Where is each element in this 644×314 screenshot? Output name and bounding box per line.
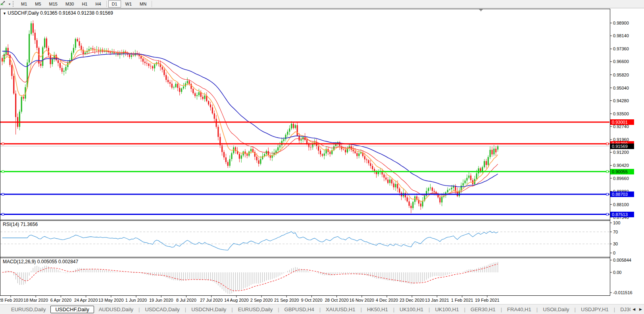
chart-tab-eurusd-daily[interactable]: EURUSD,Daily — [233, 306, 277, 313]
timeframe-button-mn[interactable]: MN — [136, 0, 150, 8]
x-axis-date-label: 9 Oct 2020 — [301, 298, 322, 303]
toolbar-drag-handle[interactable] — [13, 1, 15, 7]
chart-symbol-period: USDCHF,Daily — [8, 10, 39, 16]
ma-fast — [2, 50, 498, 201]
chevron-down-icon[interactable]: ▾ — [9, 2, 10, 6]
hline-price-badge: 0.90055 — [610, 169, 634, 174]
chart-frame — [0, 9, 612, 298]
chart-shift-marker[interactable] — [479, 9, 483, 11]
mt4-window: ▾ M1M5M15M30H1H4D1W1MN ▼ USDCHF,Daily 0.… — [0, 0, 644, 314]
macd-tick-label: 0.005844 — [613, 258, 631, 262]
x-axis-date-label: 8 Jul 2020 — [176, 298, 196, 303]
x-axis-date-label: 1 Jun 2020 — [125, 298, 147, 303]
chart-tab-usdjpy-h1[interactable]: USDJPY,H1 — [576, 306, 613, 313]
rsi-tick-label: 0 — [613, 251, 615, 255]
chart-title-collapse-icon[interactable]: ▼ — [3, 11, 6, 15]
rsi-name: RSI(14) — [3, 222, 19, 227]
macd-signal-line — [2, 264, 498, 291]
hline-price-badge: 0.87513 — [610, 212, 634, 217]
x-axis-date-label: 19 Jun 2020 — [149, 298, 173, 303]
x-axis-date-label: 27 Jul 2020 — [200, 298, 223, 303]
hline-handle[interactable] — [2, 143, 4, 145]
timeframe-button-h4[interactable]: H4 — [92, 0, 104, 8]
chart-tab-dj30-daily[interactable]: DJ30,Daily — [615, 306, 631, 313]
rsi-panel — [0, 231, 609, 250]
rsi-indicator-label: RSI(14) 71.3656 — [3, 222, 38, 227]
hline-handle[interactable] — [2, 193, 4, 195]
hline-handle[interactable] — [606, 143, 608, 145]
tab-scroll-right-icon[interactable]: ▶ — [637, 307, 644, 311]
chart-tab-gbpusd-h4[interactable]: GBPUSD,H4 — [280, 306, 319, 313]
macd-indicator-label: MACD(12,26,9) 0.005055 0.002847 — [3, 259, 78, 264]
chart-tab-fra40-h1[interactable]: FRA40,H1 — [502, 306, 536, 313]
macd-tick-label: -0.011516 — [613, 290, 632, 295]
price-tick-label: 0.95040 — [613, 86, 629, 90]
x-axis-date-label: 18 Mar 2020 — [23, 298, 48, 303]
hline-handle[interactable] — [2, 170, 4, 172]
rsi-tick-label: 30 — [613, 241, 618, 246]
price-tick-label: 0.88100 — [613, 202, 629, 207]
hline-handle[interactable] — [606, 213, 608, 215]
x-axis-date-label: 2 Sep 2020 — [250, 298, 273, 303]
chart-tab-bar: EURUSD,DailyUSDCHF,DailyAUDUSD,Daily|USD… — [0, 304, 644, 314]
chart-tab-strip: EURUSD,DailyUSDCHF,DailyAUDUSD,Daily|USD… — [0, 306, 631, 313]
timeframe-button-d1[interactable]: D1 — [108, 0, 121, 8]
hline-handle[interactable] — [606, 193, 608, 195]
rsi-value: 71.3656 — [21, 222, 38, 227]
current-price-badge: 0.91569 — [610, 144, 634, 149]
chart-tab-usdchf-daily[interactable]: USDCHF,Daily — [50, 306, 94, 313]
timeframe-button-m30[interactable]: M30 — [62, 0, 77, 8]
x-axis-date-label: 1 Feb 2021 — [451, 298, 473, 303]
price-tick-label: 0.97360 — [613, 46, 629, 51]
chart-tab-audusd-daily[interactable]: AUDUSD,Daily — [94, 306, 138, 313]
chart-canvas — [0, 0, 644, 314]
macd-name: MACD(12,26,9) — [3, 259, 36, 264]
x-axis-date-label: 28 Feb 2020 — [0, 298, 23, 303]
price-tick-label: 0.98900 — [613, 21, 629, 25]
x-axis-date-label: 16 Nov 2020 — [350, 298, 374, 303]
price-tick-label: 0.96600 — [613, 59, 629, 64]
x-axis-date-label: 24 Apr 2020 — [74, 298, 98, 303]
candlesticks — [2, 20, 498, 213]
rsi-tick-label: 70 — [613, 230, 618, 234]
chart-tab-uk100-h1[interactable]: UK100,H1 — [395, 306, 428, 313]
macd-panel — [2, 262, 498, 294]
hline-handle[interactable] — [2, 213, 4, 215]
ma-slow — [2, 51, 498, 187]
chart-tab-ger30-h1[interactable]: GER30,H1 — [466, 306, 500, 313]
timeframe-button-m15[interactable]: M15 — [46, 0, 61, 8]
chart-title: ▼ USDCHF,Daily 0.91365 0.91634 0.91238 0… — [3, 10, 113, 16]
chart-tab-usoil-daily[interactable]: USOil,Daily — [538, 306, 574, 313]
tab-scroll-left-icon[interactable]: ◀ — [631, 307, 637, 311]
macd-tick-label: 0.00 — [613, 270, 621, 275]
chart-tab-xauusd-h1[interactable]: XAUUSD,H1 — [321, 306, 360, 313]
timeframe-button-group: M1M5M15M30H1H4D1W1MN — [17, 0, 153, 8]
toolbar-separator — [106, 1, 107, 7]
timeframe-button-m5[interactable]: M5 — [31, 0, 44, 8]
macd-values: 0.005055 0.002847 — [37, 259, 78, 264]
moving-average-lines — [2, 50, 498, 201]
x-axis-date-label: 6 Apr 2020 — [50, 298, 71, 303]
price-tick-label: 0.91200 — [613, 150, 629, 155]
price-tick-label: 0.95820 — [613, 73, 629, 77]
chart-tab-usdcad-daily[interactable]: USDCAD,Daily — [140, 306, 184, 313]
price-tick-label: 0.89660 — [613, 176, 629, 181]
x-axis-date-label: 13 May 2020 — [98, 298, 124, 303]
chart-tab-usdcnh-daily[interactable]: USDCNH,Daily — [186, 306, 231, 313]
chart-tab-eurusd-daily[interactable]: EURUSD,Daily — [6, 306, 50, 313]
toolbar-separator — [152, 1, 152, 7]
hline-handle[interactable] — [606, 170, 608, 172]
rsi-tick-label: 100 — [613, 220, 620, 225]
chart-tab-uk100-h1[interactable]: UK100,H1 — [430, 306, 463, 313]
x-axis-date-label: 13 Jan 2021 — [425, 298, 449, 303]
x-axis-date-label: 28 Oct 2020 — [325, 298, 349, 303]
chart-ohlc-values: 0.91365 0.91634 0.91238 0.91569 — [40, 10, 113, 16]
cursor-tool-icon[interactable] — [1, 1, 8, 7]
chart-tab-hk50-h1[interactable]: HK50,H1 — [362, 306, 393, 313]
ma-medium — [2, 52, 498, 195]
timeframe-button-m1[interactable]: M1 — [17, 0, 31, 8]
timeframe-button-w1[interactable]: W1 — [122, 0, 136, 8]
price-tick-label: 0.90420 — [613, 163, 629, 168]
price-tick-label: 0.94280 — [613, 98, 629, 103]
timeframe-button-h1[interactable]: H1 — [78, 0, 91, 8]
